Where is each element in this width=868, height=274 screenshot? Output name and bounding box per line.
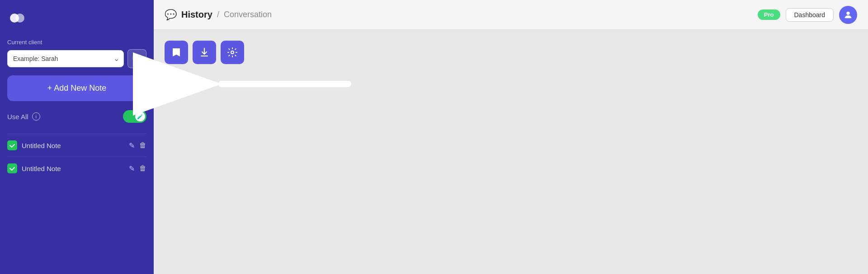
sidebar: Current client Example: Sarah + Add New … (0, 0, 154, 274)
use-all-info-icon[interactable]: i (32, 112, 40, 121)
app-logo-icon (7, 8, 27, 28)
note-title-2: Untitled Note (22, 165, 124, 172)
content-area (154, 30, 868, 274)
svg-point-1 (15, 14, 24, 23)
download-button[interactable] (193, 41, 216, 64)
breadcrumb-separator: / (217, 10, 219, 19)
delete-note-icon-2[interactable]: 🗑 (139, 164, 146, 172)
user-avatar[interactable] (839, 6, 857, 24)
logo-area (7, 8, 146, 28)
use-all-label: Use All (7, 113, 28, 121)
toggle-knob: 🧪 (135, 111, 145, 121)
breadcrumb: 💬 History / Conversation (165, 9, 758, 21)
download-icon (199, 47, 210, 58)
pro-badge: Pro (758, 9, 780, 20)
use-all-toggle[interactable]: 🧪 (123, 110, 146, 123)
checkmark-icon-1 (9, 142, 15, 149)
svg-point-4 (231, 51, 234, 54)
bookmark-button[interactable] (165, 41, 188, 64)
dashboard-button[interactable]: Dashboard (786, 8, 834, 22)
header-actions: Pro Dashboard (758, 6, 857, 24)
note-item-1: Untitled Note ✎ 🗑 (7, 134, 146, 157)
edit-note-icon-2[interactable]: ✎ (129, 164, 135, 173)
client-input-row: Example: Sarah (7, 49, 146, 68)
user-icon (843, 10, 853, 20)
flask-icon: 🧪 (137, 114, 143, 120)
main-content: 💬 History / Conversation Pro Dashboard (154, 0, 868, 274)
client-select-wrapper[interactable]: Example: Sarah (7, 50, 124, 67)
note-item-2: Untitled Note ✎ 🗑 (7, 157, 146, 180)
svg-rect-2 (133, 56, 141, 61)
client-icon-button[interactable] (127, 49, 146, 68)
checkmark-icon-2 (9, 165, 15, 172)
svg-point-3 (846, 11, 849, 14)
client-select[interactable]: Example: Sarah (7, 50, 124, 67)
screen-share-icon (132, 54, 142, 63)
note-actions-2: ✎ 🗑 (129, 164, 146, 173)
delete-note-icon-1[interactable]: 🗑 (139, 141, 146, 149)
note-checkbox-2[interactable] (7, 163, 17, 173)
use-all-row: Use All i 🧪 (7, 110, 146, 123)
settings-button[interactable] (221, 41, 244, 64)
toggle-background: 🧪 (123, 110, 146, 123)
edit-note-icon-1[interactable]: ✎ (129, 141, 135, 150)
gear-icon (227, 47, 238, 58)
toolbar (165, 41, 857, 64)
note-title-1: Untitled Note (22, 142, 124, 149)
add-new-note-button[interactable]: + Add New Note (7, 75, 146, 101)
note-checkbox-1[interactable] (7, 140, 17, 150)
breadcrumb-history[interactable]: History (181, 9, 212, 20)
header: 💬 History / Conversation Pro Dashboard (154, 0, 868, 30)
note-actions-1: ✎ 🗑 (129, 141, 146, 150)
current-client-label: Current client (7, 39, 146, 46)
bookmark-icon (171, 47, 182, 58)
history-icon: 💬 (165, 9, 177, 21)
breadcrumb-conversation[interactable]: Conversation (224, 10, 272, 19)
